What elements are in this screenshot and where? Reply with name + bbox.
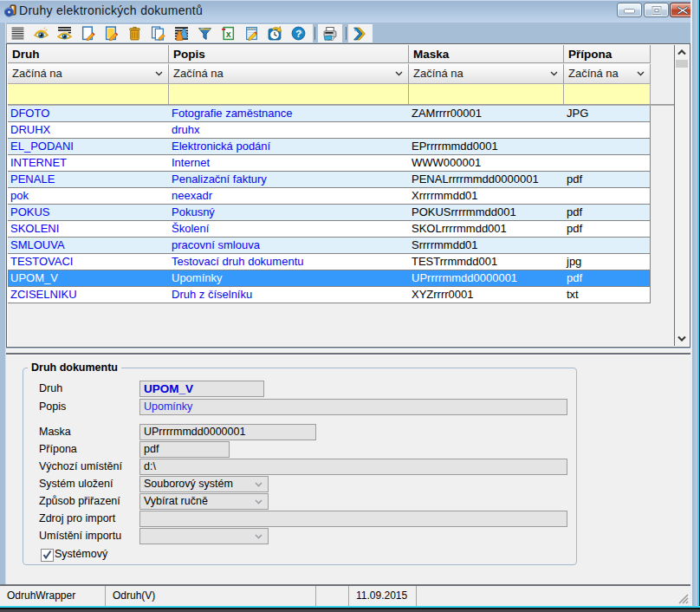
table-row[interactable]: pokneexadrXrrrrmmdd01 bbox=[8, 188, 651, 205]
grid-cell-druh[interactable]: UPOM_V bbox=[8, 270, 170, 287]
grid-cell-popis[interactable]: neexadr bbox=[169, 188, 410, 205]
grid-cell-popis[interactable]: druhx bbox=[169, 122, 410, 139]
grid-cell-popis[interactable]: Upomínky bbox=[169, 270, 410, 287]
print-icon[interactable] bbox=[323, 26, 338, 41]
grid-cell-popis[interactable]: Testovací druh dokumentu bbox=[169, 254, 410, 270]
column-header-popis[interactable]: Popis bbox=[169, 45, 409, 63]
grid-cell-maska[interactable]: Xrrrrmmdd01 bbox=[409, 188, 565, 205]
druh-field[interactable]: UPOM_V bbox=[139, 381, 264, 397]
grid-cell-pripona[interactable] bbox=[564, 238, 651, 254]
pripona-field[interactable]: pdf bbox=[139, 441, 230, 458]
umisteni-importu-combo[interactable] bbox=[139, 528, 269, 544]
eye-list-icon[interactable] bbox=[57, 26, 72, 41]
grid-cell-popis[interactable]: pracovní smlouva bbox=[169, 238, 410, 254]
grid-cell-pripona[interactable]: pdf bbox=[564, 221, 651, 238]
help-icon[interactable]: ? bbox=[291, 26, 306, 41]
table-row[interactable]: PENALEPenalizační fakturyPENALrrrrmmdd00… bbox=[8, 172, 651, 188]
grid-cell-popis[interactable]: Druh z číselníku bbox=[169, 287, 410, 303]
grid-cell-pripona[interactable] bbox=[564, 155, 651, 172]
grid-cell-pripona[interactable]: pdf bbox=[564, 172, 651, 188]
filter-operator-druh[interactable]: Začíná na bbox=[8, 64, 169, 84]
table-row[interactable]: EL_PODANIElektronická podáníEPrrrrmmdd00… bbox=[8, 139, 651, 155]
grid-cell-popis[interactable]: Penalizační faktury bbox=[169, 172, 410, 188]
grid-cell-druh[interactable]: INTERNET bbox=[8, 155, 170, 172]
table-row[interactable]: SKOLENIŠkoleníSKOLrrrrmmdd001pdf bbox=[8, 221, 651, 238]
titlebar[interactable]: Druhy elektronických dokumentů bbox=[0, 0, 700, 23]
grid-cell-druh[interactable]: SKOLENI bbox=[8, 221, 170, 238]
grid-cell-druh[interactable]: EL_PODANI bbox=[8, 139, 170, 155]
delete-trash-icon[interactable] bbox=[127, 26, 142, 41]
table-row[interactable]: ZCISELNIKUDruh z číselníkuXYZrrrr0001txt bbox=[8, 287, 651, 303]
grid-cell-druh[interactable]: ZCISELNIKU bbox=[8, 287, 170, 303]
table-row[interactable]: DRUHXdruhx bbox=[8, 122, 651, 139]
filter-input-druh[interactable] bbox=[8, 84, 169, 104]
grid-cell-maska[interactable] bbox=[409, 122, 565, 139]
system-ulozeni-combo[interactable]: Souborový systém bbox=[139, 476, 269, 492]
column-header-maska[interactable]: Maska bbox=[409, 45, 564, 63]
grid-cell-maska[interactable]: WWW000001 bbox=[409, 155, 565, 172]
table-row[interactable]: POKUSPokusnýPOKUSrrrrmmdd001pdf bbox=[8, 205, 651, 221]
table-row[interactable]: INTERNETInternetWWW000001 bbox=[8, 155, 651, 172]
filter-input-popis[interactable] bbox=[169, 84, 409, 104]
grid-cell-maska[interactable]: Srrrrmmdd01 bbox=[409, 238, 565, 254]
grid-cell-popis[interactable]: Pokusný bbox=[169, 205, 410, 221]
systemovy-checkbox[interactable] bbox=[41, 549, 54, 562]
eye-icon[interactable] bbox=[34, 26, 49, 41]
more-tools-icon[interactable] bbox=[353, 26, 368, 41]
grid-cell-popis[interactable]: Školení bbox=[169, 221, 410, 238]
excel-export-icon[interactable]: x bbox=[221, 26, 236, 41]
grid-cell-druh[interactable]: DFOTO bbox=[8, 106, 170, 122]
grid-cell-druh[interactable]: pok bbox=[8, 188, 170, 205]
grid-cell-pripona[interactable]: pdf bbox=[564, 205, 651, 221]
grid-cell-druh[interactable]: DRUHX bbox=[8, 122, 170, 139]
filter-operator-pripona[interactable]: Začíná na bbox=[564, 64, 651, 84]
column-header-druh[interactable]: Druh bbox=[8, 45, 169, 63]
new-document-icon[interactable] bbox=[81, 26, 95, 41]
edit-document-icon[interactable] bbox=[104, 26, 119, 41]
grid-cell-pripona[interactable]: pdf bbox=[564, 270, 651, 287]
maximize-button[interactable] bbox=[644, 3, 669, 17]
resize-grip-icon[interactable] bbox=[677, 593, 689, 604]
grid-cell-druh[interactable]: PENALE bbox=[8, 172, 170, 188]
scroll-down-button[interactable] bbox=[675, 331, 689, 345]
grid-cell-maska[interactable]: EPrrrrmmdd0001 bbox=[409, 139, 565, 155]
grid-cell-pripona[interactable] bbox=[564, 139, 651, 155]
grid-cell-druh[interactable]: TESTOVACI bbox=[8, 254, 170, 270]
filter-icon[interactable] bbox=[198, 26, 212, 41]
grid-cell-pripona[interactable]: jpg bbox=[564, 254, 651, 270]
scrollbar-thumb[interactable] bbox=[676, 60, 688, 68]
grid-cell-maska[interactable]: UPrrrrmmdd0000001 bbox=[409, 270, 565, 287]
grid-cell-pripona[interactable] bbox=[564, 188, 651, 205]
table-row[interactable]: SMLOUVApracovní smlouvaSrrrrmmdd01 bbox=[8, 238, 651, 254]
minimize-button[interactable] bbox=[617, 3, 642, 17]
notes-icon[interactable] bbox=[244, 26, 259, 41]
grid-cell-pripona[interactable] bbox=[564, 122, 651, 139]
grid-cell-maska[interactable]: PENALrrrrmmdd0000001 bbox=[409, 172, 565, 188]
filter-operator-popis[interactable]: Začíná na bbox=[169, 64, 409, 84]
column-header-pripona[interactable]: Přípona bbox=[564, 45, 651, 63]
table-row[interactable]: DFOTOFotografie zaměstnanceZAMrrrr00001J… bbox=[8, 106, 651, 122]
grid-cell-popis[interactable]: Fotografie zaměstnance bbox=[169, 106, 410, 122]
filter-operator-maska[interactable]: Začíná na bbox=[409, 64, 564, 84]
grid-cell-maska[interactable]: POKUSrrrrmmdd001 bbox=[409, 205, 565, 221]
table-row[interactable]: TESTOVACITestovací druh dokumentuTESTrrm… bbox=[8, 254, 651, 270]
copy-document-icon[interactable] bbox=[151, 26, 165, 41]
filter-input-maska[interactable] bbox=[409, 84, 564, 104]
grid-cell-popis[interactable]: Internet bbox=[169, 155, 410, 172]
vychozi-umisteni-field[interactable]: d:\ bbox=[139, 459, 567, 475]
grid-cell-maska[interactable]: ZAMrrrr00001 bbox=[409, 106, 565, 122]
grid-cell-druh[interactable]: SMLOUVA bbox=[8, 238, 170, 254]
popis-field[interactable]: Upomínky bbox=[139, 399, 567, 415]
grid-cell-pripona[interactable]: JPG bbox=[564, 106, 651, 122]
grid-cell-pripona[interactable]: txt bbox=[564, 287, 651, 303]
users-list-icon[interactable] bbox=[174, 26, 189, 41]
grid-cell-maska[interactable]: SKOLrrrrmmdd001 bbox=[409, 221, 565, 238]
grid-cell-maska[interactable]: TESTrrmmdd001 bbox=[409, 254, 565, 270]
maska-field[interactable]: UPrrrrmmdd0000001 bbox=[139, 424, 316, 440]
zpusob-prirazeni-combo[interactable]: Vybírat ručně bbox=[139, 493, 269, 510]
history-clock-icon[interactable] bbox=[268, 26, 282, 41]
grid-cell-popis[interactable]: Elektronická podání bbox=[169, 139, 410, 155]
list-icon[interactable] bbox=[10, 26, 25, 41]
grid-cell-maska[interactable]: XYZrrrr0001 bbox=[409, 287, 565, 303]
vertical-scrollbar[interactable] bbox=[675, 45, 689, 346]
